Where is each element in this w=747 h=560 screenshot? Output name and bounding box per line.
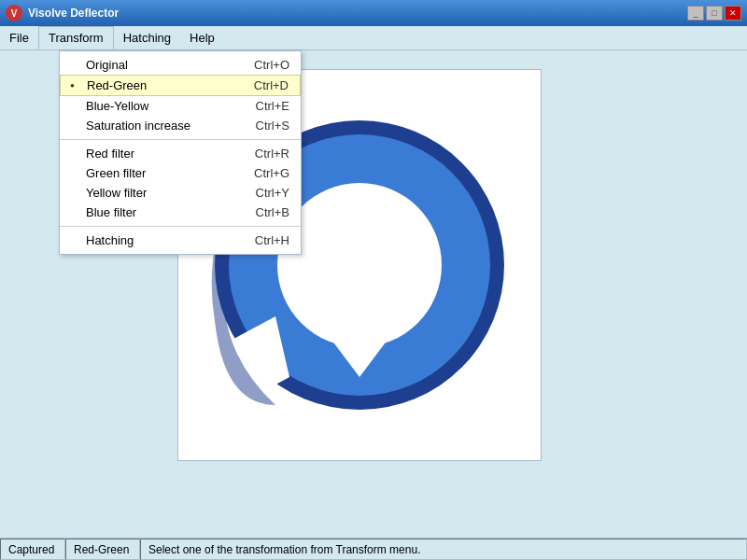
menu-bar: File Transform Hatching Help: [0, 26, 747, 50]
separator-1: [60, 139, 301, 140]
status-message: Select one of the transformation from Tr…: [140, 539, 747, 560]
separator-2: [60, 226, 301, 227]
menu-item-red-filter[interactable]: Red filter Ctrl+R: [60, 144, 301, 163]
menu-item-green-filter[interactable]: Green filter Ctrl+G: [60, 163, 301, 183]
menu-hatching[interactable]: Hatching: [114, 26, 180, 49]
menu-file[interactable]: File: [0, 26, 38, 49]
title-bar: V Visolve Deflector _ □ ✕: [0, 0, 747, 26]
transform-dropdown: Original Ctrl+O ● Red-Green Ctrl+D Blue-…: [59, 50, 302, 255]
status-mode: Red-Green: [65, 539, 140, 560]
menu-help[interactable]: Help: [180, 26, 224, 49]
menu-item-yellow-filter[interactable]: Yellow filter Ctrl+Y: [60, 183, 301, 203]
status-captured: Captured: [0, 539, 65, 560]
menu-item-original[interactable]: Original Ctrl+O: [60, 55, 301, 75]
menu-item-saturation[interactable]: Saturation increase Ctrl+S: [60, 116, 301, 135]
menu-item-red-green[interactable]: ● Red-Green Ctrl+D: [60, 75, 301, 96]
maximize-button[interactable]: □: [706, 6, 723, 21]
window-controls: _ □ ✕: [687, 6, 741, 21]
app-icon: V: [6, 5, 22, 21]
minimize-button[interactable]: _: [687, 6, 704, 21]
close-button[interactable]: ✕: [725, 6, 741, 21]
menu-item-blue-filter[interactable]: Blue filter Ctrl+B: [60, 203, 301, 222]
status-bar: Captured Red-Green Select one of the tra…: [0, 538, 747, 560]
menu-item-blue-yellow[interactable]: Blue-Yellow Ctrl+E: [60, 96, 301, 116]
window-title: Visolve Deflector: [28, 7, 687, 20]
menu-transform[interactable]: Transform: [38, 26, 114, 49]
menu-item-hatching[interactable]: Hatching Ctrl+H: [60, 231, 301, 250]
radio-dot-icon: ●: [70, 81, 75, 90]
